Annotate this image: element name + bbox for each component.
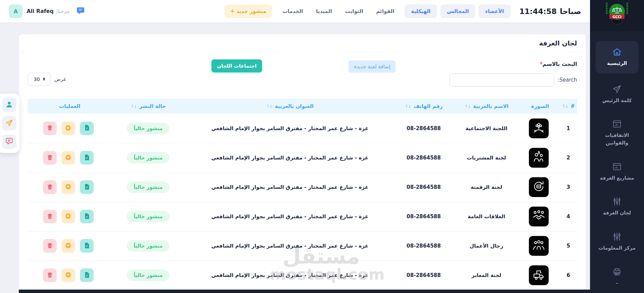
delete-button[interactable] — [43, 180, 57, 194]
committee-name: رجال الأعمال — [455, 231, 518, 261]
add-committee-button[interactable]: إضافة لجنة جديدة — [348, 60, 396, 73]
nav-pill-button[interactable]: الأعضاء — [479, 4, 510, 18]
sort-icon[interactable]: ↓↑ — [266, 104, 272, 109]
avatar[interactable]: A — [9, 4, 23, 18]
floating-toolbar — [0, 94, 19, 153]
table-column-header[interactable]: حالة النشر ↓↑ — [109, 99, 188, 114]
sidebar: GCCI الرئيسية كلمة الرئيس الاتفاقيات وال — [590, 0, 644, 293]
trash-icon — [46, 271, 53, 279]
chamber-logo[interactable]: GCCI — [590, 0, 644, 31]
delete-button[interactable] — [43, 210, 57, 223]
sidebar-item[interactable]: كلمة الرئيس — [595, 80, 639, 109]
committee-phone: 08-2864588 — [392, 261, 455, 290]
send-button[interactable] — [2, 116, 16, 130]
file-icon — [83, 183, 90, 191]
sidebar-item[interactable]: مشاريع الغرفة — [595, 158, 639, 186]
committee-image[interactable]: $ — [529, 148, 549, 168]
delete-button[interactable] — [43, 268, 57, 282]
nav-link[interactable]: الميديا — [316, 8, 332, 14]
details-button[interactable] — [80, 210, 94, 223]
nav-pill-button[interactable]: المجالس — [440, 4, 475, 18]
settings-button[interactable] — [61, 151, 75, 165]
top-navbar: صباحا 11:44:58 الأعضاء المجالس الهيكلية … — [0, 0, 590, 23]
profile-button[interactable] — [2, 98, 16, 112]
committee-address: غزة - شارع عمر المختار - مفترق السامر بج… — [187, 261, 392, 290]
table-column-header[interactable]: العمليات — [28, 99, 109, 114]
committee-name: لجنة المعابر — [455, 261, 518, 290]
details-button[interactable] — [80, 151, 94, 165]
gear-icon — [65, 242, 72, 250]
user-greeting: مرحبا, Ali Rafeq — [27, 8, 70, 14]
table-column-header[interactable]: # ↓↑ — [560, 99, 577, 114]
chat-lines-icon — [5, 137, 13, 146]
nav-link[interactable]: الثوابت — [345, 8, 363, 14]
printer-icon — [612, 267, 622, 277]
trash-icon — [46, 124, 53, 132]
gear-icon — [65, 212, 72, 221]
column-label: # — [571, 103, 575, 109]
page-size-select[interactable]: ▲▼ 30 — [28, 73, 51, 86]
details-button[interactable] — [80, 122, 94, 135]
sort-icon[interactable]: ↓↑ — [464, 104, 470, 109]
nav-link-group: القوائم الثوابت الميديا الخدمات — [283, 8, 395, 14]
row-actions — [28, 210, 109, 223]
committee-address: غزة - شارع عمر المختار - مفترق السامر بج… — [187, 114, 392, 143]
sidebar-item-label: مركز المعلومات — [597, 245, 637, 252]
trash-icon — [46, 242, 53, 250]
messages-button[interactable] — [77, 6, 86, 16]
details-button[interactable] — [80, 180, 94, 194]
gear-icon — [65, 154, 72, 162]
committee-image[interactable] — [529, 118, 549, 138]
delete-button[interactable] — [43, 122, 57, 135]
row-actions — [28, 151, 109, 165]
sort-icon[interactable]: ↓↑ — [405, 104, 411, 109]
nav-pill-group: الأعضاء المجالس الهيكلية — [405, 4, 510, 18]
committee-meetings-button[interactable]: اجتماعات اللجان — [211, 59, 262, 72]
committee-image[interactable] — [529, 265, 549, 285]
sidebar-item[interactable]: - — [595, 263, 639, 291]
table-column-header[interactable]: الاسم بالعربية ↓↑ — [455, 99, 518, 114]
table-column-header[interactable]: رقم الهاتف ↓↑ — [392, 99, 455, 114]
committee-image[interactable] — [529, 207, 549, 226]
settings-button[interactable] — [61, 180, 75, 194]
committee-image[interactable] — [529, 177, 549, 197]
sidebar-item-label: الرئيسية — [597, 60, 637, 67]
table-column-header[interactable]: الصورة — [518, 99, 560, 114]
row-number: 6 — [560, 261, 577, 290]
details-button[interactable] — [80, 268, 94, 282]
file-icon — [83, 154, 90, 162]
sidebar-item[interactable]: الرئيسية — [595, 41, 639, 73]
sidebar-item[interactable]: لجان الغرفة — [595, 193, 639, 221]
committee-phone: 08-2864588 — [392, 114, 455, 143]
clock: صباحا 11:44:58 — [519, 7, 581, 16]
committee-name: اللجنة الاجتماعية — [455, 114, 518, 143]
sliders-icon — [612, 197, 622, 206]
settings-button[interactable] — [61, 210, 75, 223]
settings-button[interactable] — [61, 239, 75, 253]
delete-button[interactable] — [43, 239, 57, 253]
search-input[interactable] — [450, 73, 554, 86]
file-icon — [83, 124, 90, 132]
nav-link[interactable]: القوائم — [376, 8, 395, 14]
nav-pill-button[interactable]: الهيكلية — [405, 4, 437, 18]
sidebar-item[interactable]: الاتفاقيات والقوانين — [595, 115, 639, 151]
sidebar-item[interactable]: مركز المعلومات — [595, 228, 639, 256]
details-button[interactable] — [80, 239, 94, 253]
committees-card: لجان الغرفة البحث بالاسم* Search: إضافة … — [19, 34, 586, 293]
status-badge: منشور حالياً — [127, 152, 169, 164]
new-post-button[interactable]: منشور جديد + — [224, 4, 272, 18]
committee-image[interactable] — [529, 236, 549, 256]
feedback-chat-button[interactable] — [2, 135, 16, 149]
committees-table: # ↓↑ الصورة — [28, 99, 577, 290]
delete-button[interactable] — [43, 151, 57, 165]
business-people-icon — [532, 238, 546, 253]
row-actions — [28, 239, 109, 253]
sort-icon[interactable]: ↓↑ — [131, 104, 137, 109]
gcci-logo-icon: GCCI — [602, 0, 632, 31]
table-column-header[interactable]: العنوان بالعربية ↓↑ — [187, 99, 392, 114]
table-header: # ↓↑ الصورة — [28, 99, 577, 114]
nav-link[interactable]: الخدمات — [283, 8, 303, 14]
sort-icon[interactable]: ↓↑ — [562, 104, 568, 109]
settings-button[interactable] — [61, 268, 75, 282]
settings-button[interactable] — [61, 122, 75, 135]
